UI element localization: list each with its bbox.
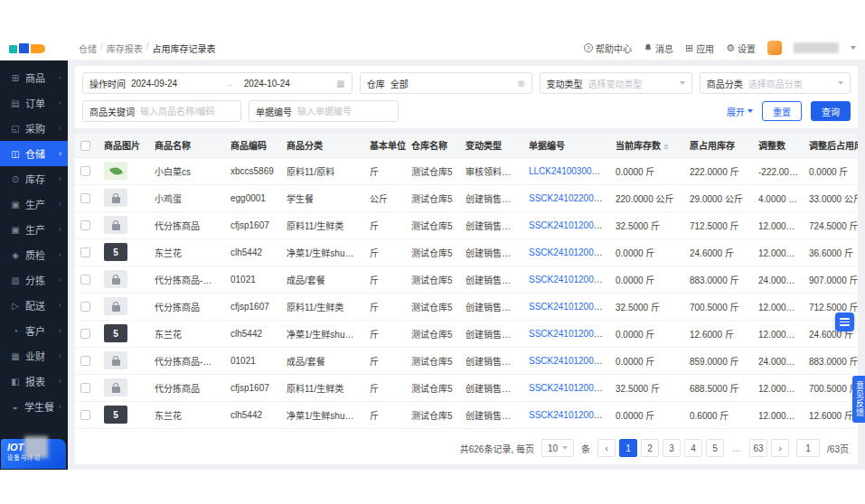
page-button[interactable]: 2 — [641, 439, 659, 457]
row-checkbox[interactable] — [80, 383, 90, 393]
select-all-checkbox[interactable] — [80, 141, 90, 151]
product-image[interactable] — [104, 189, 127, 207]
page-jump-input[interactable]: 1 — [796, 439, 820, 457]
document-number-link[interactable]: SSCK24101200001 — [529, 410, 608, 420]
cell-image — [99, 184, 149, 211]
cell-doc: SSCK24101200004 — [523, 211, 610, 238]
row-checkbox[interactable] — [80, 193, 90, 203]
date-from-value[interactable]: 2024-09-24 — [131, 79, 219, 89]
sidebar-item-finance[interactable]: ▦业财› — [0, 343, 68, 369]
document-number-link[interactable]: LLCK24100300001 — [529, 166, 606, 176]
sidebar-item-production[interactable]: ▣生产› — [0, 191, 68, 217]
sidebar-item-report[interactable]: ◧报表› — [0, 369, 68, 394]
sidebar-item-inventory[interactable]: ⊙库存› — [0, 166, 68, 191]
table-scroll-area[interactable]: 商品图片商品名称商品编码商品分类基本单位仓库名称变动类型单据编号当前库存数原占用… — [75, 134, 858, 429]
document-number-link[interactable]: SSCK24101200003 — [529, 302, 608, 312]
sidebar-item-label: 商品 — [25, 70, 45, 85]
breadcrumb-separator: / — [146, 42, 149, 55]
sidebar-item-meal[interactable]: ◒学生餐› — [0, 394, 68, 419]
page-button[interactable]: 3 — [663, 439, 681, 457]
table-row: 代分拣商品cfjsp1607原料11/生鲜类斤测试仓库5创建销售出库SSCK24… — [75, 211, 858, 238]
avatar[interactable] — [767, 41, 782, 55]
sidebar-item-production[interactable]: ▣生产› — [0, 217, 68, 242]
keyword-input[interactable] — [140, 107, 234, 117]
row-checkbox[interactable] — [80, 356, 90, 366]
next-page-button[interactable]: › — [771, 439, 789, 457]
prev-page-button[interactable]: ‹ — [597, 439, 616, 457]
reset-button[interactable]: 重置 — [762, 101, 802, 121]
cell-image — [99, 211, 149, 238]
product-image[interactable]: 5 — [104, 406, 127, 424]
search-button[interactable]: 查询 — [811, 101, 851, 121]
goods-icon: ⊞ — [10, 73, 21, 83]
warehouse-select[interactable]: 仓库 全部 ⊗ — [360, 72, 532, 94]
document-number-link[interactable]: SSCK24101200003 — [529, 247, 608, 257]
date-to-value[interactable]: 2024-10-24 — [239, 79, 332, 89]
product-image[interactable]: 5 — [104, 243, 127, 261]
page-button[interactable]: 4 — [684, 439, 702, 457]
table-row: 代分拣商品-单位换算01021成品/套餐斤测试仓库5创建销售出库SSCK2410… — [75, 266, 858, 293]
column-header[interactable]: 当前库存数 — [610, 134, 684, 157]
breadcrumb-item[interactable]: 库存报表 — [107, 42, 143, 55]
cell-cat: 学生餐 — [281, 184, 364, 211]
sidebar-item-purchase[interactable]: ◱采购› — [0, 116, 68, 141]
sidebar-item-sorting[interactable]: ▥分拣› — [0, 267, 68, 293]
cell-orig: 688.5000 斤 — [684, 374, 753, 401]
page-button[interactable]: 5 — [706, 439, 724, 457]
row-checkbox[interactable] — [80, 410, 90, 420]
document-number-link[interactable]: SSCK24101200003 — [529, 275, 608, 285]
apps-link[interactable]: ⊞ 应用 — [685, 42, 714, 55]
cell-image: 5 — [99, 238, 149, 266]
product-image[interactable] — [104, 162, 127, 180]
user-menu-caret-icon[interactable] — [851, 46, 856, 50]
sidebar-item-delivery[interactable]: ▷配送› — [0, 293, 68, 318]
document-number-link[interactable]: SSCK24101200002 — [529, 383, 608, 393]
cell-orig: 222.0000 斤 — [684, 157, 753, 184]
total-records-text: 共626条记录, 每页 — [460, 442, 534, 455]
messages-link[interactable]: 消息 — [644, 42, 673, 55]
sidebar-item-goods[interactable]: ⊞商品› — [0, 65, 68, 90]
category-select[interactable]: 商品分类 选择商品分类 — [700, 72, 851, 94]
sidebar-item-warehouse[interactable]: ◫仓储› — [0, 141, 68, 166]
document-number-link[interactable]: SSCK24101200002 — [529, 356, 608, 366]
product-image[interactable] — [104, 270, 127, 288]
cell-type: 创建销售出库 — [460, 184, 523, 211]
page-button[interactable]: 63 — [749, 439, 767, 457]
date-range-picker[interactable]: 操作时间 2024-09-24 → 2024-10-24 ▦ — [82, 72, 353, 94]
page-size-select[interactable]: 10 — [541, 439, 574, 457]
settings-link[interactable]: ⚙ 设置 — [726, 42, 756, 55]
product-image[interactable] — [104, 351, 127, 369]
expand-toggle[interactable]: 展开 — [727, 105, 753, 118]
breadcrumb-item[interactable]: 仓储 — [79, 42, 97, 55]
sidebar-item-quality[interactable]: ◈质检› — [0, 242, 68, 267]
feedback-tab[interactable]: 意见反馈 — [852, 376, 865, 423]
help-center-link[interactable]: ? 帮助中心 — [584, 42, 632, 55]
cell-type: 创建销售出库 — [460, 374, 523, 401]
row-checkbox[interactable] — [80, 275, 90, 285]
change-type-select[interactable]: 变动类型 选择变动类型 — [540, 72, 692, 94]
product-image[interactable]: 5 — [104, 324, 127, 342]
floating-list-button[interactable] — [835, 313, 854, 331]
row-checkbox[interactable] — [80, 329, 90, 339]
product-image[interactable] — [104, 297, 127, 315]
docno-input[interactable] — [297, 107, 391, 117]
document-number-link[interactable]: SSCK24102200001 — [529, 193, 608, 203]
logo-block-teal — [9, 45, 17, 53]
sort-icon[interactable] — [663, 144, 669, 150]
document-number-link[interactable]: SSCK24101200004 — [529, 220, 608, 230]
product-image[interactable] — [104, 216, 127, 234]
topbar-actions: ? 帮助中心 消息 ⊞ 应用 ⚙ 设置 — [584, 41, 856, 55]
row-checkbox[interactable] — [80, 302, 90, 312]
sidebar-item-customer[interactable]: ◔客户› — [0, 318, 68, 343]
sidebar-item-orders[interactable]: ▤订单› — [0, 90, 68, 116]
cell-name: 小鸡蛋 — [149, 184, 225, 211]
row-checkbox[interactable] — [80, 220, 90, 230]
row-checkbox[interactable] — [80, 166, 90, 176]
product-image[interactable] — [104, 378, 127, 397]
row-checkbox[interactable] — [80, 247, 90, 257]
page-button[interactable]: 1 — [619, 439, 637, 457]
page-size-unit: 条 — [581, 442, 590, 455]
document-number-link[interactable]: SSCK24101200002 — [529, 329, 608, 339]
cell-cat: 净菜1/生鲜shu菜类... — [281, 238, 364, 266]
clear-icon[interactable]: ⊗ — [517, 79, 524, 89]
